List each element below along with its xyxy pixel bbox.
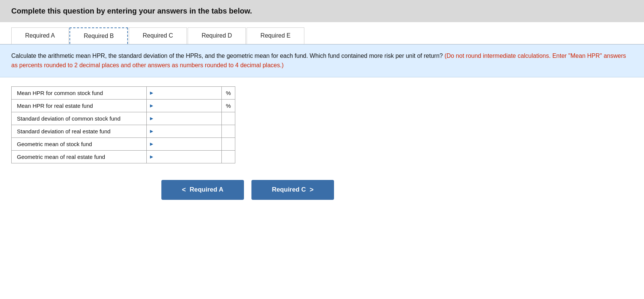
answer-input-2[interactable]	[156, 113, 221, 124]
page-wrapper: Complete this question by entering your …	[0, 0, 644, 299]
tab-required-b[interactable]: Required B	[69, 27, 128, 44]
input-cell-3: ►	[147, 125, 222, 137]
row-label-2: Standard deviation of common stock fund	[12, 112, 147, 125]
input-arrow-4: ►	[147, 141, 156, 147]
row-label-4: Geometric mean of stock fund	[12, 137, 147, 150]
answer-input-3[interactable]	[156, 126, 221, 137]
answer-input-5[interactable]	[156, 151, 221, 162]
unit-cell-0: %	[222, 86, 235, 99]
info-main-text: Calculate the arithmetic mean HPR, the s…	[11, 53, 443, 59]
tabs-container: Required A Required B Required C Require…	[0, 22, 644, 44]
back-button-label: Required A	[190, 186, 223, 193]
row-label-1: Mean HPR for real estate fund	[12, 99, 147, 112]
forward-button-label: Required C	[272, 186, 306, 193]
input-wrapper-4: ►	[147, 139, 221, 150]
table-row: Standard deviation of real estate fund ►	[12, 125, 235, 137]
input-arrow-1: ►	[147, 103, 156, 109]
table-row: Standard deviation of common stock fund …	[12, 112, 235, 125]
input-cell-0: ►	[147, 86, 222, 99]
input-wrapper-1: ►	[147, 100, 221, 111]
input-arrow-0: ►	[147, 90, 156, 96]
answer-input-0[interactable]	[156, 88, 221, 98]
tab-required-e[interactable]: Required E	[247, 27, 304, 44]
info-box: Calculate the arithmetic mean HPR, the s…	[0, 44, 644, 77]
input-arrow-3: ►	[147, 128, 156, 134]
input-wrapper-2: ►	[147, 113, 221, 124]
answer-input-4[interactable]	[156, 139, 221, 150]
input-wrapper-3: ►	[147, 126, 221, 137]
input-cell-2: ►	[147, 112, 222, 125]
table-row: Geometric mean of stock fund ►	[12, 137, 235, 150]
input-wrapper-5: ►	[147, 151, 221, 162]
table-row: Mean HPR for real estate fund ► %	[12, 99, 235, 112]
input-arrow-5: ►	[147, 154, 156, 160]
row-label-3: Standard deviation of real estate fund	[12, 125, 147, 137]
unit-cell-2	[222, 112, 235, 125]
header-title: Complete this question by entering your …	[11, 7, 252, 15]
header-bar: Complete this question by entering your …	[0, 0, 644, 22]
input-cell-4: ►	[147, 137, 222, 150]
row-label-0: Mean HPR for common stock fund	[12, 86, 147, 99]
input-cell-5: ►	[147, 150, 222, 163]
tab-required-d[interactable]: Required D	[188, 27, 246, 44]
nav-buttons: < Required A Required C >	[0, 171, 644, 211]
table-section: Mean HPR for common stock fund ► %	[0, 77, 644, 171]
unit-cell-4	[222, 137, 235, 150]
table-row: Geometric mean of real estate fund ►	[12, 150, 235, 163]
row-label-5: Geometric mean of real estate fund	[12, 150, 147, 163]
tab-required-c[interactable]: Required C	[129, 27, 187, 44]
back-arrow-icon: <	[182, 186, 186, 194]
input-wrapper-0: ►	[147, 88, 221, 98]
answer-table: Mean HPR for common stock fund ► %	[11, 86, 235, 163]
input-cell-1: ►	[147, 99, 222, 112]
back-button[interactable]: < Required A	[161, 180, 244, 200]
input-arrow-2: ►	[147, 115, 156, 121]
unit-cell-5	[222, 150, 235, 163]
tab-required-a[interactable]: Required A	[11, 27, 69, 44]
forward-arrow-icon: >	[310, 186, 314, 194]
forward-button[interactable]: Required C >	[251, 180, 334, 200]
unit-cell-3	[222, 125, 235, 137]
table-row: Mean HPR for common stock fund ► %	[12, 86, 235, 99]
answer-input-1[interactable]	[156, 100, 221, 111]
unit-cell-1: %	[222, 99, 235, 112]
